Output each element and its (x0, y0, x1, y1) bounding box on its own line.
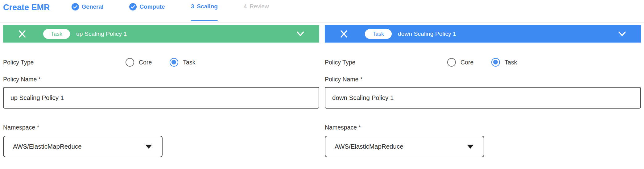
check-circle-icon (129, 3, 137, 10)
policy-name-label: Policy Name * (3, 76, 319, 83)
radio-label: Task (505, 59, 517, 66)
radio-option-task[interactable]: Task (491, 58, 517, 67)
step-compute[interactable]: Compute (129, 0, 165, 22)
panel-body-down: Policy Type Core Task Policy Name * Name… (325, 58, 641, 157)
policy-type-radio-group: Core Task (447, 58, 517, 67)
radio-option-core[interactable]: Core (126, 58, 152, 67)
panel-header-down: Task down Scaling Policy 1 (325, 25, 641, 43)
check-circle-icon (72, 3, 79, 10)
step-label: General (82, 3, 104, 10)
step-label: Compute (139, 3, 165, 10)
namespace-selected-value: AWS/ElasticMapReduce (13, 143, 82, 150)
policy-name-label: Policy Name * (325, 76, 641, 83)
wizard-steps: General Compute 3 Scaling 4 Review (72, 0, 295, 22)
caret-down-icon (467, 145, 474, 149)
step-review[interactable]: 4 Review (244, 0, 269, 22)
step-label: Review (250, 3, 269, 10)
radio-option-core[interactable]: Core (447, 58, 473, 67)
chevron-down-icon[interactable] (617, 31, 627, 37)
page-title: Create EMR (3, 0, 50, 22)
panel-title: down Scaling Policy 1 (398, 31, 456, 37)
active-step-underline (191, 20, 218, 21)
scaling-policies-grid: Task up Scaling Policy 1 Policy Type Cor… (0, 23, 644, 157)
policy-type-row: Policy Type Core Task (3, 58, 319, 67)
wizard-nav: Create EMR General Compute 3 Scaling (0, 0, 644, 23)
chevron-down-icon[interactable] (296, 31, 305, 37)
namespace-label: Namespace * (3, 124, 319, 131)
radio-circle-selected (170, 58, 178, 67)
step-general[interactable]: General (72, 0, 104, 22)
step-label: Scaling (197, 3, 218, 10)
namespace-select[interactable]: AWS/ElasticMapReduce (325, 136, 484, 157)
policy-type-badge: Task (43, 29, 70, 39)
close-icon[interactable] (340, 30, 348, 38)
radio-label: Core (139, 59, 152, 66)
panel-title: up Scaling Policy 1 (76, 31, 127, 37)
radio-label: Core (460, 59, 473, 66)
panel-body-up: Policy Type Core Task Policy Name * Name… (3, 58, 319, 157)
namespace-label: Namespace * (325, 124, 641, 131)
policy-type-label: Policy Type (3, 59, 126, 66)
policy-type-row: Policy Type Core Task (325, 58, 641, 67)
radio-circle-unselected (447, 58, 456, 67)
close-icon[interactable] (18, 30, 27, 38)
policy-type-label: Policy Type (325, 59, 447, 66)
step-number: 3 (191, 3, 194, 10)
namespace-selected-value: AWS/ElasticMapReduce (335, 143, 403, 150)
step-number: 4 (244, 3, 247, 10)
panel-header-up: Task up Scaling Policy 1 (3, 25, 319, 43)
policy-type-radio-group: Core Task (126, 58, 195, 67)
radio-circle-unselected (126, 58, 134, 67)
namespace-select[interactable]: AWS/ElasticMapReduce (3, 136, 163, 157)
panel-down-scaling-policy: Task down Scaling Policy 1 Policy Type C… (325, 25, 641, 157)
policy-type-badge: Task (365, 29, 392, 39)
caret-down-icon (145, 145, 152, 149)
policy-name-input[interactable] (3, 87, 319, 109)
radio-circle-selected (491, 58, 500, 67)
step-scaling[interactable]: 3 Scaling (191, 0, 218, 22)
policy-name-input[interactable] (325, 87, 641, 109)
panel-up-scaling-policy: Task up Scaling Policy 1 Policy Type Cor… (3, 25, 319, 157)
radio-label: Task (183, 59, 195, 66)
radio-option-task[interactable]: Task (170, 58, 195, 67)
